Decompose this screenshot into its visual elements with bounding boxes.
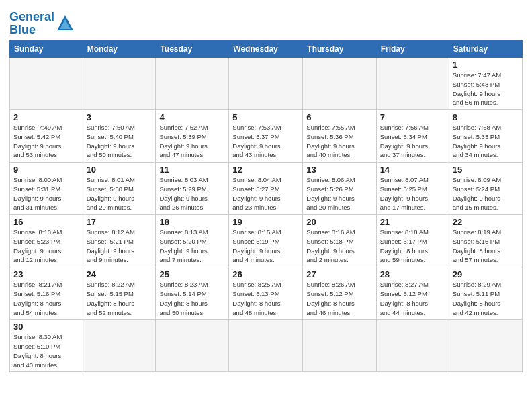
day-number: 10 <box>87 165 152 175</box>
day-number: 25 <box>159 269 225 279</box>
calendar-cell <box>83 320 156 372</box>
day-number: 11 <box>159 165 225 175</box>
day-info: Sunrise: 8:25 AM Sunset: 5:13 PM Dayligh… <box>232 280 299 317</box>
calendar-cell <box>83 58 156 110</box>
calendar-cell <box>376 320 449 372</box>
calendar-cell: 13Sunrise: 8:06 AM Sunset: 5:26 PM Dayli… <box>303 163 376 215</box>
calendar-cell: 6Sunrise: 7:55 AM Sunset: 5:36 PM Daylig… <box>303 110 376 163</box>
calendar-cell: 23Sunrise: 8:21 AM Sunset: 5:16 PM Dayli… <box>10 267 83 320</box>
calendar-page: General Blue SundayMondayTuesdayWednesda… <box>0 0 532 411</box>
calendar-cell: 15Sunrise: 8:09 AM Sunset: 5:24 PM Dayli… <box>449 163 522 215</box>
day-number: 9 <box>13 165 79 175</box>
calendar-cell: 28Sunrise: 8:27 AM Sunset: 5:12 PM Dayli… <box>376 267 449 320</box>
day-info: Sunrise: 8:18 AM Sunset: 5:17 PM Dayligh… <box>380 228 445 265</box>
day-info: Sunrise: 8:09 AM Sunset: 5:24 PM Dayligh… <box>453 175 519 212</box>
calendar-header-monday: Monday <box>83 41 156 58</box>
day-info: Sunrise: 8:30 AM Sunset: 5:10 PM Dayligh… <box>13 332 79 369</box>
calendar-cell <box>10 58 83 110</box>
day-number: 15 <box>453 165 519 175</box>
day-info: Sunrise: 7:49 AM Sunset: 5:42 PM Dayligh… <box>13 123 79 160</box>
day-info: Sunrise: 8:01 AM Sunset: 5:30 PM Dayligh… <box>87 175 152 212</box>
calendar-cell: 1Sunrise: 7:47 AM Sunset: 5:43 PM Daylig… <box>449 58 522 110</box>
day-number: 30 <box>13 322 79 332</box>
day-number: 1 <box>453 60 519 70</box>
day-info: Sunrise: 8:23 AM Sunset: 5:14 PM Dayligh… <box>159 280 225 317</box>
logo: General Blue <box>9 11 75 36</box>
calendar-cell: 7Sunrise: 7:56 AM Sunset: 5:34 PM Daylig… <box>376 110 449 163</box>
calendar-cell <box>303 320 376 372</box>
calendar-cell <box>156 320 229 372</box>
calendar-cell: 20Sunrise: 8:16 AM Sunset: 5:18 PM Dayli… <box>303 215 376 267</box>
day-info: Sunrise: 8:15 AM Sunset: 5:19 PM Dayligh… <box>232 228 299 265</box>
day-number: 27 <box>306 269 372 279</box>
calendar-cell <box>449 320 522 372</box>
calendar-cell: 30Sunrise: 8:30 AM Sunset: 5:10 PM Dayli… <box>10 320 83 372</box>
calendar-cell: 8Sunrise: 7:58 AM Sunset: 5:33 PM Daylig… <box>449 110 522 163</box>
calendar-cell: 3Sunrise: 7:50 AM Sunset: 5:40 PM Daylig… <box>83 110 156 163</box>
calendar-cell: 24Sunrise: 8:22 AM Sunset: 5:15 PM Dayli… <box>83 267 156 320</box>
calendar-cell: 27Sunrise: 8:26 AM Sunset: 5:12 PM Dayli… <box>303 267 376 320</box>
calendar-cell: 17Sunrise: 8:12 AM Sunset: 5:21 PM Dayli… <box>83 215 156 267</box>
day-number: 12 <box>232 165 299 175</box>
day-info: Sunrise: 8:22 AM Sunset: 5:15 PM Dayligh… <box>87 280 152 317</box>
day-info: Sunrise: 8:10 AM Sunset: 5:23 PM Dayligh… <box>13 228 79 265</box>
day-number: 23 <box>13 269 79 279</box>
calendar-cell: 16Sunrise: 8:10 AM Sunset: 5:23 PM Dayli… <box>10 215 83 267</box>
day-number: 29 <box>453 269 519 279</box>
day-info: Sunrise: 8:07 AM Sunset: 5:25 PM Dayligh… <box>380 175 445 212</box>
logo-blue-text: Blue <box>9 23 36 36</box>
day-info: Sunrise: 7:50 AM Sunset: 5:40 PM Dayligh… <box>87 123 152 160</box>
day-number: 2 <box>13 112 79 122</box>
day-info: Sunrise: 7:56 AM Sunset: 5:34 PM Dayligh… <box>380 123 445 160</box>
day-info: Sunrise: 8:06 AM Sunset: 5:26 PM Dayligh… <box>306 175 372 212</box>
day-info: Sunrise: 8:12 AM Sunset: 5:21 PM Dayligh… <box>87 228 152 265</box>
day-info: Sunrise: 8:00 AM Sunset: 5:31 PM Dayligh… <box>13 175 79 212</box>
calendar-cell <box>303 58 376 110</box>
calendar-cell <box>376 58 449 110</box>
calendar-week-row: 1Sunrise: 7:47 AM Sunset: 5:43 PM Daylig… <box>10 58 523 110</box>
day-info: Sunrise: 8:29 AM Sunset: 5:11 PM Dayligh… <box>453 280 519 317</box>
calendar-week-row: 2Sunrise: 7:49 AM Sunset: 5:42 PM Daylig… <box>10 110 523 163</box>
calendar-week-row: 30Sunrise: 8:30 AM Sunset: 5:10 PM Dayli… <box>10 320 523 372</box>
day-info: Sunrise: 8:13 AM Sunset: 5:20 PM Dayligh… <box>159 228 225 265</box>
calendar-cell: 29Sunrise: 8:29 AM Sunset: 5:11 PM Dayli… <box>449 267 522 320</box>
day-info: Sunrise: 7:47 AM Sunset: 5:43 PM Dayligh… <box>453 71 519 107</box>
calendar-week-row: 16Sunrise: 8:10 AM Sunset: 5:23 PM Dayli… <box>10 215 523 267</box>
calendar-cell: 21Sunrise: 8:18 AM Sunset: 5:17 PM Dayli… <box>376 215 449 267</box>
day-info: Sunrise: 8:04 AM Sunset: 5:27 PM Dayligh… <box>232 175 299 212</box>
day-number: 26 <box>232 269 299 279</box>
calendar-cell: 5Sunrise: 7:53 AM Sunset: 5:37 PM Daylig… <box>229 110 303 163</box>
day-number: 8 <box>453 112 519 122</box>
logo-icon <box>56 14 75 33</box>
calendar-cell: 4Sunrise: 7:52 AM Sunset: 5:39 PM Daylig… <box>156 110 229 163</box>
logo-blue: Blue <box>9 23 36 36</box>
day-number: 14 <box>380 165 445 175</box>
calendar-header-thursday: Thursday <box>303 41 376 58</box>
day-number: 3 <box>87 112 152 122</box>
day-number: 21 <box>380 217 445 227</box>
calendar-cell: 22Sunrise: 8:19 AM Sunset: 5:16 PM Dayli… <box>449 215 522 267</box>
calendar-cell: 26Sunrise: 8:25 AM Sunset: 5:13 PM Dayli… <box>229 267 303 320</box>
day-number: 28 <box>380 269 445 279</box>
day-number: 13 <box>306 165 372 175</box>
day-number: 16 <box>13 217 79 227</box>
day-number: 5 <box>232 112 299 122</box>
calendar-week-row: 9Sunrise: 8:00 AM Sunset: 5:31 PM Daylig… <box>10 163 523 215</box>
logo-general: General <box>9 10 54 24</box>
day-number: 24 <box>87 269 152 279</box>
day-number: 4 <box>159 112 225 122</box>
day-number: 7 <box>380 112 445 122</box>
calendar-week-row: 23Sunrise: 8:21 AM Sunset: 5:16 PM Dayli… <box>10 267 523 320</box>
calendar-header-saturday: Saturday <box>449 41 522 58</box>
logo-text: General <box>9 10 54 24</box>
day-number: 19 <box>232 217 299 227</box>
calendar-header-row: SundayMondayTuesdayWednesdayThursdayFrid… <box>10 41 523 58</box>
calendar-cell: 9Sunrise: 8:00 AM Sunset: 5:31 PM Daylig… <box>10 163 83 215</box>
calendar-header-wednesday: Wednesday <box>229 41 303 58</box>
calendar-cell: 14Sunrise: 8:07 AM Sunset: 5:25 PM Dayli… <box>376 163 449 215</box>
calendar-cell <box>229 320 303 372</box>
calendar-header-tuesday: Tuesday <box>156 41 229 58</box>
day-info: Sunrise: 8:19 AM Sunset: 5:16 PM Dayligh… <box>453 228 519 265</box>
day-info: Sunrise: 8:03 AM Sunset: 5:29 PM Dayligh… <box>159 175 225 212</box>
calendar-cell: 10Sunrise: 8:01 AM Sunset: 5:30 PM Dayli… <box>83 163 156 215</box>
